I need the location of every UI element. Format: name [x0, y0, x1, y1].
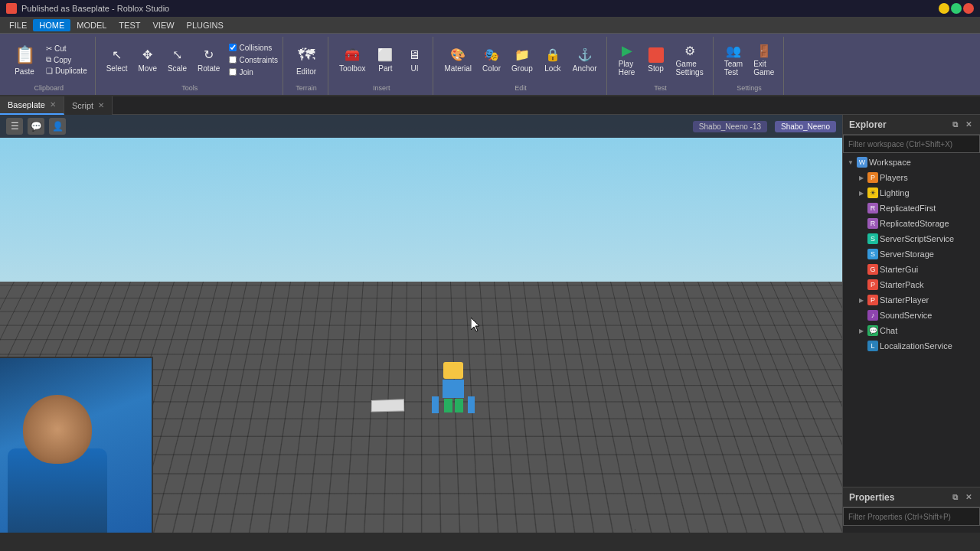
terrain-buttons: 🗺 Editor: [289, 37, 323, 83]
tools-group-label: Tools: [102, 83, 278, 92]
tab-baseplate-close[interactable]: ✕: [50, 100, 56, 109]
serverscript-expand[interactable]: [857, 234, 866, 243]
collisions-checkbox[interactable]: [229, 44, 237, 51]
scale-button[interactable]: ⤡ Scale: [163, 45, 191, 75]
team-test-button[interactable]: 👥 TeamTest: [720, 41, 747, 79]
color-label: Color: [482, 64, 501, 73]
tab-baseplate[interactable]: Baseplate ✕: [0, 96, 64, 115]
color-button[interactable]: 🎭 Color: [478, 45, 505, 75]
lighting-expand[interactable]: ▶: [857, 188, 866, 197]
anchor-button[interactable]: ⚓ Anchor: [568, 45, 602, 75]
edit-buttons: 🎨 Material 🎭 Color 📁 Group 🔒 Lock ⚓ Anch…: [439, 37, 601, 83]
tree-item-localization[interactable]: L LocalizationService: [843, 338, 980, 354]
localization-expand[interactable]: [857, 341, 866, 350]
tree-item-replicated-first[interactable]: R ReplicatedFirst: [843, 201, 980, 216]
explorer-close-button[interactable]: ✕: [963, 119, 974, 130]
rotate-button[interactable]: ↻ Rotate: [193, 45, 224, 75]
cut-label: Cut: [54, 44, 67, 53]
team-test-label: TeamTest: [724, 60, 743, 77]
explorer-title: Explorer: [849, 119, 887, 130]
user-name: Shabo_Neeno: [699, 122, 748, 131]
tree-item-sound-service[interactable]: ♪ SoundService: [843, 308, 980, 323]
join-checkbox[interactable]: [229, 68, 237, 76]
players-expand[interactable]: ▶: [857, 173, 866, 182]
clipboard-buttons: 📋 Paste ✂ Cut ⧉ Copy ❑ Duplicate: [8, 37, 90, 83]
cut-button[interactable]: ✂ Cut: [43, 44, 90, 54]
group-button[interactable]: 📁 Group: [507, 45, 537, 75]
explorer-filter-input[interactable]: [843, 135, 980, 153]
soundservice-expand[interactable]: [857, 311, 866, 320]
menu-file[interactable]: FILE: [3, 19, 33, 31]
serverstorage-expand[interactable]: [857, 249, 866, 259]
properties-filter-input[interactable]: [843, 507, 980, 526]
replicatedstorage-expand[interactable]: [857, 219, 866, 228]
paste-button[interactable]: 📋 Paste: [8, 41, 41, 79]
properties-close-button[interactable]: ✕: [963, 492, 974, 503]
replicatedfirst-expand[interactable]: [857, 204, 866, 213]
tree-item-server-script[interactable]: S ServerScriptService: [843, 231, 980, 246]
chat-expand[interactable]: ▶: [857, 326, 866, 335]
menu-home[interactable]: HOME: [33, 19, 70, 31]
move-button[interactable]: ✥ Move: [134, 45, 162, 75]
explorer-dock-button[interactable]: ⧉: [949, 119, 960, 130]
toolbox-button[interactable]: 🧰 Toolbox: [335, 45, 370, 75]
exit-game-button[interactable]: 🚪 ExitGame: [749, 41, 779, 79]
chat-button[interactable]: 💬: [28, 118, 44, 135]
right-panel: Explorer ⧉ ✕ ▼ W Workspace ▶ P Players: [842, 115, 980, 533]
tree-item-server-storage[interactable]: S ServerStorage: [843, 246, 980, 262]
part-button[interactable]: ⬜ Part: [371, 45, 399, 75]
viewport[interactable]: ☰ 💬 👤 Shabo_Neeno -13 Shabo_Neeno: [0, 115, 842, 533]
game-settings-icon: ⚙: [682, 43, 697, 58]
user-badge: Shabo_Neeno -13: [693, 121, 767, 132]
workspace-expand[interactable]: ▼: [846, 158, 855, 167]
maximize-button[interactable]: [951, 3, 962, 14]
team-button[interactable]: 👤: [49, 118, 66, 135]
tree-item-players[interactable]: ▶ P Players: [843, 170, 980, 185]
tree-item-starter-pack[interactable]: P StarterPack: [843, 277, 980, 292]
material-button[interactable]: 🎨 Material: [439, 45, 476, 75]
lock-label: Lock: [544, 64, 560, 73]
stop-button[interactable]: Stop: [642, 45, 670, 75]
menu-view[interactable]: VIEW: [146, 19, 180, 31]
terrain-group-label: Terrain: [289, 83, 323, 92]
exit-game-icon: 🚪: [756, 43, 772, 58]
properties-dock-button[interactable]: ⧉: [949, 492, 960, 503]
collisions-checkbox-row[interactable]: Collisions: [229, 43, 278, 53]
menu-model[interactable]: MODEL: [70, 19, 113, 31]
copy-button[interactable]: ⧉ Copy: [43, 54, 90, 65]
char-head: [443, 362, 463, 379]
menu-plugins[interactable]: PLUGINS: [181, 19, 230, 31]
minimize-button[interactable]: [939, 3, 949, 14]
tab-script[interactable]: Script ✕: [64, 96, 113, 115]
close-button[interactable]: [963, 3, 974, 14]
tree-item-workspace[interactable]: ▼ W Workspace: [843, 155, 980, 170]
copy-label: Copy: [54, 56, 71, 64]
starterpack-icon: P: [867, 279, 878, 290]
color-icon: 🎭: [484, 47, 499, 63]
join-checkbox-row[interactable]: Join: [229, 67, 278, 77]
constraints-checkbox[interactable]: [229, 56, 237, 64]
duplicate-button[interactable]: ❑ Duplicate: [43, 66, 90, 76]
tree-item-lighting[interactable]: ▶ ☀ Lighting: [843, 185, 980, 201]
starterplayer-expand[interactable]: ▶: [857, 295, 866, 305]
tree-item-replicated-storage[interactable]: R ReplicatedStorage: [843, 216, 980, 231]
constraints-checkbox-row[interactable]: Constraints: [229, 55, 278, 65]
test-buttons: ▶ PlayHere Stop ⚙ GameSettings: [613, 37, 708, 83]
insert-group: 🧰 Toolbox ⬜ Part 🖥 UI Insert: [330, 37, 433, 95]
clipboard-group: 📋 Paste ✂ Cut ⧉ Copy ❑ Duplicate Clipboa…: [3, 37, 96, 95]
tree-item-chat[interactable]: ▶ 💬 Chat: [843, 323, 980, 338]
tree-item-starter-gui[interactable]: G StarterGui: [843, 262, 980, 277]
menu-test[interactable]: TEST: [113, 19, 146, 31]
editor-button[interactable]: 🗺 Editor: [289, 41, 323, 79]
play-here-button[interactable]: ▶ PlayHere: [613, 41, 641, 79]
tab-script-close[interactable]: ✕: [98, 101, 104, 109]
select-button[interactable]: ↖ Select: [102, 45, 132, 75]
ui-button[interactable]: 🖥 UI: [400, 45, 428, 75]
scene-3d: [0, 115, 842, 533]
lock-button[interactable]: 🔒 Lock: [539, 45, 567, 75]
tree-item-starter-player[interactable]: ▶ P StarterPlayer: [843, 292, 980, 308]
game-settings-button[interactable]: ⚙ GameSettings: [671, 41, 708, 79]
hamburger-button[interactable]: ☰: [6, 118, 23, 135]
starterpack-expand[interactable]: [857, 280, 866, 289]
startergui-expand[interactable]: [857, 265, 866, 274]
